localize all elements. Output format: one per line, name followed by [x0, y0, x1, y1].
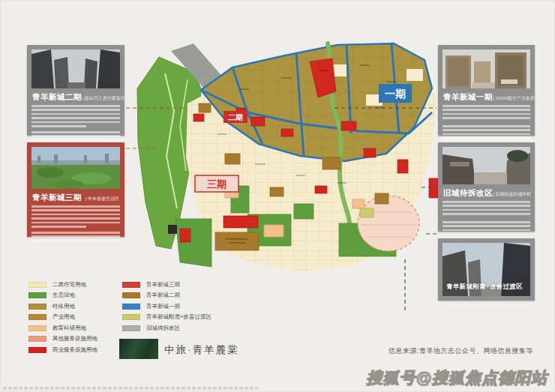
legend-label: 其他服务设施用地 — [52, 335, 98, 343]
legend-swatch — [28, 336, 46, 342]
legend-item-zone-4: 旧城待拆改区 — [122, 325, 180, 332]
poster-canvas: 一期 二期 三期 青羊新城二期 | 超20万人居住聚集区 — [0, 0, 555, 392]
legend-swatch — [122, 292, 140, 298]
card-phase2-title: 青羊新城二期 — [32, 92, 82, 103]
svg-text:二期: 二期 — [228, 113, 243, 121]
svg-text:一期: 一期 — [385, 88, 406, 100]
sohu-watermark: 搜狐号@搜狐焦点德阳站 — [367, 367, 548, 388]
legend-label: 青羊新城三期 — [146, 281, 180, 289]
map-phase1-label: 一期 — [379, 84, 412, 103]
legend-label: 青羊新城刚需+改善过渡区 — [146, 313, 212, 321]
card-phase1-title: 青羊新城一期 — [443, 92, 493, 103]
legend-label: 特殊用地 — [52, 303, 75, 310]
card-phase2-subtitle: | 超20万人居住聚集区 — [82, 95, 125, 102]
legend-swatch — [28, 325, 46, 331]
legend-swatch — [28, 347, 46, 353]
landuse-map: 一期 二期 三期 — [128, 36, 442, 291]
legend-item-land-0: 二类住宅用地 — [28, 281, 86, 289]
source-note: 信息来源:青羊地方志公众号、网络信息搜集等 — [388, 346, 533, 356]
legend-label: 二类住宅用地 — [52, 281, 86, 289]
legend-item-zone-0: 青羊新城三期 — [122, 281, 180, 289]
card-phase3-title: 青羊新城三期 — [32, 193, 82, 203]
card-transition-caption: 青羊新城刚需+改善过渡区 — [446, 283, 523, 292]
phase1-photo — [442, 49, 530, 88]
map-phase3-label: 三期 — [195, 175, 238, 192]
legend-label: 教育科研用地 — [52, 325, 86, 332]
map-phase2-label: 二期 — [224, 111, 248, 123]
legend-swatch — [122, 304, 140, 310]
legend-item-land-4: 教育科研用地 — [28, 325, 86, 332]
legend-label: 商业服务设施用地 — [52, 346, 98, 354]
legend-label: 青羊新城一期 — [146, 303, 180, 310]
legend-swatch — [28, 282, 46, 288]
card-oldtown: 旧城待拆改区 | 后期拆建的城中村 — [438, 142, 535, 232]
card-phase3-subtitle: | 中央低密生活区 — [86, 196, 119, 202]
card-oldtown-text — [442, 201, 530, 217]
card-phase3: 青羊新城三期 | 中央低密生活区 — [27, 142, 124, 237]
fineprint-line — [3, 387, 258, 390]
legend-item-land-6: 商业服务设施用地 — [28, 346, 98, 354]
project-name: 中旅·青羊麓棠 — [164, 343, 239, 357]
legend-item-land-2: 特殊用地 — [28, 303, 75, 310]
legend-label: 产业用地 — [52, 313, 75, 321]
phase3-photo — [32, 147, 120, 189]
legend-item-land-5: 其他服务设施用地 — [28, 335, 98, 343]
phase2-photo — [32, 49, 120, 88]
card-phase1-subtitle: | 10000航空产业集群 — [493, 95, 535, 102]
card-phase2-text — [32, 105, 120, 125]
legend-swatch — [122, 314, 140, 320]
legend-item-zone-3: 青羊新城刚需+改善过渡区 — [122, 313, 212, 321]
card-phase1-text — [442, 105, 530, 121]
legend-item-land-3: 产业用地 — [28, 313, 75, 321]
card-oldtown-subtitle: | 后期拆建的城中村 — [493, 191, 531, 198]
legend-label: 旧城待拆改区 — [146, 325, 180, 332]
legend-swatch — [28, 314, 46, 320]
legend-item-land-1: 生态绿地 — [28, 292, 75, 299]
legend-swatch — [28, 292, 46, 298]
card-phase3-text — [32, 205, 120, 226]
legend-item-zone-2: 青羊新城一期 — [122, 303, 180, 310]
card-transition: 青羊新城刚需+改善过渡区 — [438, 238, 535, 301]
card-oldtown-title: 旧城待拆改区 — [443, 188, 493, 199]
legend-item-zone-1: 青羊新城二期 — [122, 292, 180, 299]
developer-logo-image — [119, 339, 158, 359]
card-phase2: 青羊新城二期 | 超20万人居住聚集区 — [27, 45, 124, 136]
legend-label: 生态绿地 — [52, 292, 75, 299]
oldtown-photo — [442, 147, 530, 184]
legend-label: 青羊新城二期 — [146, 292, 180, 299]
card-phase1: 青羊新城一期 | 10000航空产业集群 — [438, 45, 535, 136]
svg-text:三期: 三期 — [207, 178, 226, 190]
legend-swatch — [122, 282, 140, 288]
legend-swatch — [122, 325, 140, 331]
legend-swatch — [28, 304, 46, 310]
